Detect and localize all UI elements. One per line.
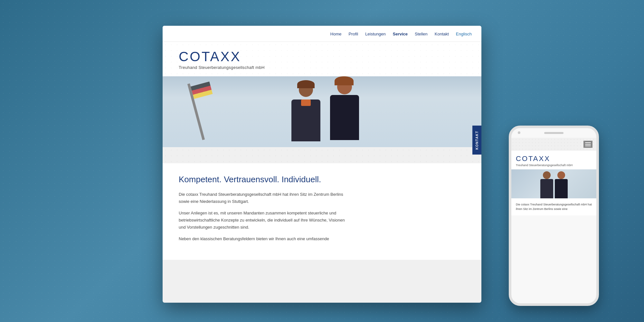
phone-woman-left-head	[543, 171, 551, 179]
hero-image	[163, 76, 481, 147]
phone-hero-inner	[511, 169, 596, 198]
nav-item-profil[interactable]: Profil	[349, 31, 358, 37]
woman-left-body	[291, 99, 320, 141]
phone-site-logo: COTAXX	[516, 155, 592, 163]
main-content: Kompetent. Vertrauensvoll. Individuell. …	[163, 163, 481, 260]
nav-item-englisch[interactable]: Englisch	[456, 31, 472, 37]
hero-women-group	[258, 76, 386, 147]
logo-subtitle: Treuhand Steuerberatungsgesellschaft mbH	[179, 65, 465, 70]
nav-links: Home Profil Leistungen Service Stellen K…	[330, 31, 472, 37]
phone-woman-right-body	[555, 179, 568, 198]
phone-navigation	[511, 138, 596, 151]
flag-decoration	[187, 83, 205, 140]
phone-content-area: Die cotaxx Treuhand Steuerberatungsgesel…	[511, 198, 596, 215]
navigation: Home Profil Leistungen Service Stellen K…	[163, 26, 481, 42]
browser-window: Home Profil Leistungen Service Stellen K…	[163, 26, 481, 303]
kontakt-tab-label: KONTAKT	[475, 131, 479, 150]
woman-left-figure	[283, 83, 328, 147]
phone-content-text: Die cotaxx Treuhand Steuerberatungsgesel…	[516, 202, 592, 212]
woman-right-body	[330, 95, 359, 140]
nav-item-stellen[interactable]: Stellen	[415, 31, 428, 37]
nav-item-home[interactable]: Home	[330, 31, 342, 37]
site-logo: COTAXX	[179, 50, 465, 63]
phone-women-group	[540, 171, 568, 198]
woman-left-head	[299, 83, 313, 97]
phone-mockup: COTAXX Treuhand Steuerberatungsgesellsch…	[509, 126, 599, 306]
hamburger-menu-icon[interactable]	[583, 141, 592, 148]
logo-section: COTAXX Treuhand Steuerberatungsgesellsch…	[163, 42, 481, 76]
phone-woman-right	[555, 171, 568, 198]
hamburger-line-1	[585, 142, 591, 143]
content-heading: Kompetent. Vertrauensvoll. Individuell.	[179, 175, 465, 185]
content-paragraph-2: Unser Anliegen ist es, mit unseren Manda…	[179, 210, 346, 231]
nav-item-service[interactable]: Service	[393, 31, 408, 37]
hamburger-line-3	[585, 146, 591, 146]
woman-right-head	[337, 80, 352, 94]
phone-screen: COTAXX Treuhand Steuerberatungsgesellsch…	[511, 128, 596, 303]
content-background	[163, 147, 481, 163]
phone-logo-section: COTAXX Treuhand Steuerberatungsgesellsch…	[511, 151, 596, 169]
nav-item-leistungen[interactable]: Leistungen	[365, 31, 386, 37]
phone-woman-left	[540, 171, 553, 198]
phone-logo-subtitle: Treuhand Steuerberatungsgesellschaft mbH	[516, 164, 592, 167]
hamburger-line-2	[585, 144, 591, 145]
phone-woman-left-body	[540, 179, 553, 198]
woman-right-figure	[322, 80, 367, 147]
nav-item-kontakt[interactable]: Kontakt	[435, 31, 449, 37]
phone-hero-image	[511, 169, 596, 198]
kontakt-side-tab[interactable]: KONTAKT	[472, 126, 481, 155]
phone-woman-right-head	[557, 171, 565, 179]
content-paragraph-1: Die cotaxx Treuhand Steuerberatungsgesel…	[179, 191, 346, 205]
content-paragraph-3: Neben den klassischen Beratungsfeldern b…	[179, 235, 346, 242]
